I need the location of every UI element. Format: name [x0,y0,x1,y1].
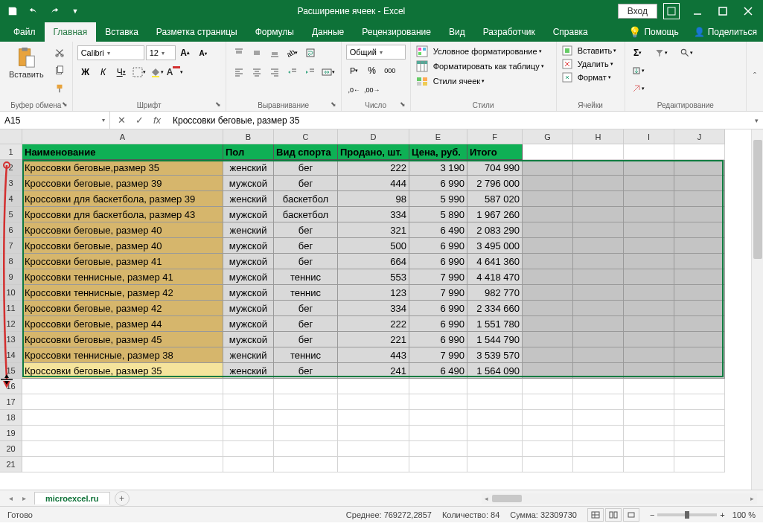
sheet-nav-prev-icon[interactable]: ◂ [4,493,16,504]
cell[interactable]: 241 [338,363,409,379]
cut-icon[interactable] [51,45,68,61]
column-header[interactable]: E [409,129,467,144]
cell[interactable]: 443 [338,347,409,363]
tab-data[interactable]: Данные [303,22,353,42]
cell[interactable]: баскетбол [274,207,338,222]
cell[interactable]: Кроссовки для баскетбола, размер 39 [22,191,223,207]
row-header[interactable]: 11 [0,301,22,316]
cell[interactable] [624,363,674,379]
align-bottom-icon[interactable] [266,45,283,61]
cell[interactable] [573,238,624,254]
cell[interactable]: женский [223,222,274,238]
cell[interactable]: женский [223,363,274,379]
cell[interactable] [409,457,467,472]
share-icon[interactable]: 👤 [694,27,705,37]
cell[interactable] [223,410,274,426]
cell[interactable]: 553 [338,269,409,285]
cell[interactable]: женский [223,160,274,176]
cell[interactable]: Наименование [22,144,223,160]
enter-formula-icon[interactable]: ✓ [131,113,147,128]
cell[interactable] [573,379,624,394]
font-color-icon[interactable]: А▾ [167,64,183,80]
zoom-slider[interactable] [657,513,717,516]
cell[interactable] [573,160,624,176]
cell[interactable] [409,410,467,426]
column-header[interactable]: C [274,129,338,144]
cell[interactable]: 3 539 570 [467,347,523,363]
cell[interactable]: теннис [274,347,338,363]
cell[interactable] [624,160,674,176]
sheet-tab[interactable]: microexcel.ru [34,492,110,504]
cell[interactable] [674,457,725,472]
cell[interactable] [467,426,523,441]
cell[interactable]: 6 990 [409,238,467,254]
tab-formulas[interactable]: Формулы [246,22,303,42]
align-right-icon[interactable] [266,64,283,80]
cell[interactable] [674,222,725,238]
cell[interactable]: Кроссовки теннисные, размер 38 [22,347,223,363]
row-header[interactable]: 14 [0,347,22,363]
cell[interactable]: мужской [223,269,274,285]
cell[interactable]: бег [274,222,338,238]
fill-icon[interactable]: ▾ [630,63,646,79]
cell[interactable]: 6 490 [409,363,467,379]
increase-decimal-icon[interactable]: ,0← [346,82,363,98]
cell[interactable] [523,457,573,472]
cell[interactable] [624,301,674,316]
cell[interactable]: бег [274,176,338,191]
cell[interactable] [573,254,624,269]
cell[interactable] [338,457,409,472]
row-header[interactable]: 15 [0,363,22,379]
cell[interactable]: 3 190 [409,160,467,176]
font-launcher-icon[interactable]: ⬊ [215,100,224,109]
expand-formula-bar-icon[interactable]: ▾ [750,117,763,124]
cell[interactable]: 1 967 260 [467,207,523,222]
login-button[interactable]: Вход [618,4,657,19]
cell[interactable]: 4 641 360 [467,254,523,269]
cell[interactable] [338,394,409,410]
tell-me-icon[interactable]: 💡 [628,26,641,38]
view-page-break-icon[interactable] [623,508,639,522]
cell[interactable] [223,426,274,441]
cell[interactable] [624,269,674,285]
row-header[interactable]: 17 [0,394,22,410]
cell[interactable]: Кроссовки беговые, размер 40 [22,222,223,238]
cell[interactable] [274,426,338,441]
cell[interactable]: бег [274,254,338,269]
cell[interactable]: бег [274,238,338,254]
align-top-icon[interactable] [231,45,247,61]
row-header[interactable]: 10 [0,285,22,301]
cell[interactable] [523,207,573,222]
tab-help[interactable]: Справка [544,22,597,42]
cell[interactable]: 7 990 [409,285,467,301]
alignment-launcher-icon[interactable]: ⬊ [331,100,339,109]
cell[interactable]: 5 890 [409,207,467,222]
cell[interactable] [674,394,725,410]
select-all-corner[interactable] [0,129,22,144]
insert-cells-button[interactable]: Вставить▾ [561,45,617,57]
delete-cells-button[interactable]: Удалить▾ [561,58,613,70]
cell[interactable] [573,144,624,160]
cell[interactable] [523,410,573,426]
close-button[interactable] [736,1,760,22]
column-header[interactable]: A [22,129,223,144]
row-header[interactable]: 3 [0,176,22,191]
cell[interactable]: 704 990 [467,160,523,176]
cell[interactable] [624,332,674,347]
merge-cells-icon[interactable]: ▾ [320,64,336,80]
decrease-decimal-icon[interactable]: ,00→ [364,82,380,98]
cell[interactable] [467,457,523,472]
cell[interactable] [624,285,674,301]
redo-icon[interactable] [45,1,64,21]
cell[interactable] [573,191,624,207]
cell[interactable] [573,222,624,238]
cell[interactable] [674,426,725,441]
clipboard-launcher-icon[interactable]: ⬊ [62,100,71,109]
cell[interactable] [624,176,674,191]
zoom-level[interactable]: 100 % [732,510,756,519]
cell[interactable]: Цена, руб. [409,144,467,160]
cell[interactable] [409,394,467,410]
row-header[interactable]: 5 [0,207,22,222]
name-box[interactable]: ▾ [0,112,110,129]
decrease-font-icon[interactable]: A▾ [195,45,211,61]
